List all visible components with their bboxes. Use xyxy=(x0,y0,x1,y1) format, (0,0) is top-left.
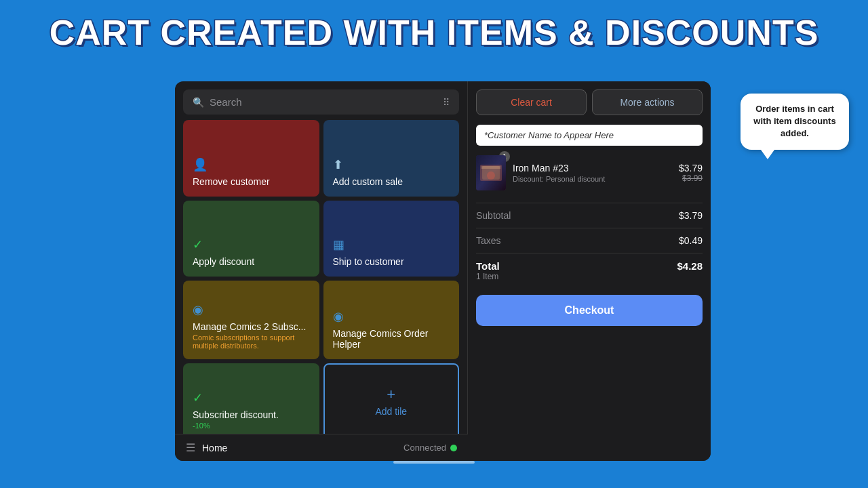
manage-comics-label: Manage Comics 2 Subsc... xyxy=(193,321,310,332)
tile-manage-comics[interactable]: ◉ Manage Comics 2 Subsc... Comic subscri… xyxy=(183,281,319,359)
ship-label: Ship to customer xyxy=(333,256,450,267)
tile-add[interactable]: + Add tile xyxy=(323,363,460,440)
taxes-value: $0.49 xyxy=(679,235,703,246)
nav-right: Connected xyxy=(403,443,457,453)
tile-order-helper[interactable]: ◉ Manage Comics Order Helper xyxy=(323,281,460,359)
search-bar[interactable]: 🔍 Search ⠿ xyxy=(183,89,459,115)
item-original-price: $3.99 xyxy=(679,174,703,183)
search-input[interactable]: Search xyxy=(210,96,437,108)
taxes-label: Taxes xyxy=(476,235,501,246)
tile-subscriber-discount[interactable]: ✓ Subscriber discount. -10% xyxy=(183,363,319,440)
remove-customer-label: Remove customer xyxy=(193,176,310,187)
ship-icon: ▦ xyxy=(333,237,450,252)
svg-rect-1 xyxy=(480,165,502,181)
tile-ship-to-customer[interactable]: ▦ Ship to customer xyxy=(323,201,460,277)
total-label: Total xyxy=(476,260,500,272)
app-window: 🔍 Search ⠿ 👤 Remove customer ⬆ Add custo… xyxy=(175,81,711,461)
connected-indicator xyxy=(450,445,457,451)
item-discount-text: Discount: Personal discount xyxy=(513,175,672,183)
item-thumb-wrapper: 1 xyxy=(476,155,506,190)
subscriber-label: Subscriber discount. xyxy=(193,409,310,420)
grand-total-row: Total 1 Item $4.28 xyxy=(476,253,703,288)
tile-remove-customer[interactable]: 👤 Remove customer xyxy=(183,120,319,197)
add-tile-label: Add tile xyxy=(375,406,407,417)
action-buttons: Clear cart More actions xyxy=(476,89,703,115)
total-value: $4.28 xyxy=(677,260,703,272)
grand-total-left: Total 1 Item xyxy=(476,260,500,281)
subtotal-row: Subtotal $3.79 xyxy=(476,203,703,228)
hamburger-icon[interactable]: ☰ xyxy=(186,441,195,454)
item-price-col: $3.79 $3.99 xyxy=(679,163,703,183)
tiles-grid: 👤 Remove customer ⬆ Add custom sale ✓ Ap… xyxy=(175,120,467,439)
custom-sale-label: Add custom sale xyxy=(333,176,450,187)
order-item: 1 xyxy=(476,155,703,190)
item-price: $3.79 xyxy=(679,163,703,174)
subtotal-value: $3.79 xyxy=(679,210,703,221)
taxes-row: Taxes $0.49 xyxy=(476,228,703,253)
clear-cart-button[interactable]: Clear cart xyxy=(476,89,587,115)
tile-add-custom-sale[interactable]: ⬆ Add custom sale xyxy=(323,120,460,197)
page-header: CART CREATED WITH ITEMS & DISCOUNTS xyxy=(0,0,868,62)
custom-sale-icon: ⬆ xyxy=(333,157,450,172)
tile-apply-discount[interactable]: ✓ Apply discount xyxy=(183,201,319,277)
svg-rect-2 xyxy=(481,166,500,169)
discount-icon: ✓ xyxy=(193,237,310,252)
discount-label: Apply discount xyxy=(193,256,310,267)
order-helper-label: Manage Comics Order Helper xyxy=(333,328,450,350)
connected-label: Connected xyxy=(403,443,446,453)
customer-name-field[interactable]: *Customer Name to Appear Here xyxy=(476,125,703,146)
totals: Subtotal $3.79 Taxes $0.49 Total 1 Item … xyxy=(476,203,703,288)
left-panel: 🔍 Search ⠿ 👤 Remove customer ⬆ Add custo… xyxy=(175,81,468,461)
scroll-indicator xyxy=(393,461,475,464)
item-info: Iron Man #23 Discount: Personal discount xyxy=(513,163,672,183)
subtotal-label: Subtotal xyxy=(476,210,511,221)
manage-comics-sublabel: Comic subscriptions to support multiple … xyxy=(193,333,310,350)
grid-icon: ⠿ xyxy=(443,97,450,108)
item-thumb-image xyxy=(476,155,506,190)
home-label[interactable]: Home xyxy=(202,443,227,453)
item-thumbnail xyxy=(476,155,506,190)
svg-point-3 xyxy=(487,171,495,180)
page-title: CART CREATED WITH ITEMS & DISCOUNTS xyxy=(50,13,819,52)
speech-bubble-text: Order items in cart with item discounts … xyxy=(753,104,835,138)
remove-customer-icon: 👤 xyxy=(193,157,310,172)
speech-bubble: Order items in cart with item discounts … xyxy=(741,94,849,150)
add-tile-icon: + xyxy=(387,386,395,403)
checkout-button[interactable]: Checkout xyxy=(476,295,703,326)
manage-comics-icon: ◉ xyxy=(193,302,310,317)
bottom-nav: ☰ Home Connected xyxy=(175,434,468,461)
subscriber-sublabel: -10% xyxy=(193,422,310,430)
subscriber-icon: ✓ xyxy=(193,390,310,405)
order-helper-icon: ◉ xyxy=(333,309,450,324)
search-icon: 🔍 xyxy=(193,97,204,108)
more-actions-button[interactable]: More actions xyxy=(592,89,703,115)
right-panel: Clear cart More actions *Customer Name t… xyxy=(468,81,711,461)
nav-left: ☰ Home xyxy=(186,441,227,454)
total-items: 1 Item xyxy=(476,272,500,281)
item-name: Iron Man #23 xyxy=(513,163,672,174)
